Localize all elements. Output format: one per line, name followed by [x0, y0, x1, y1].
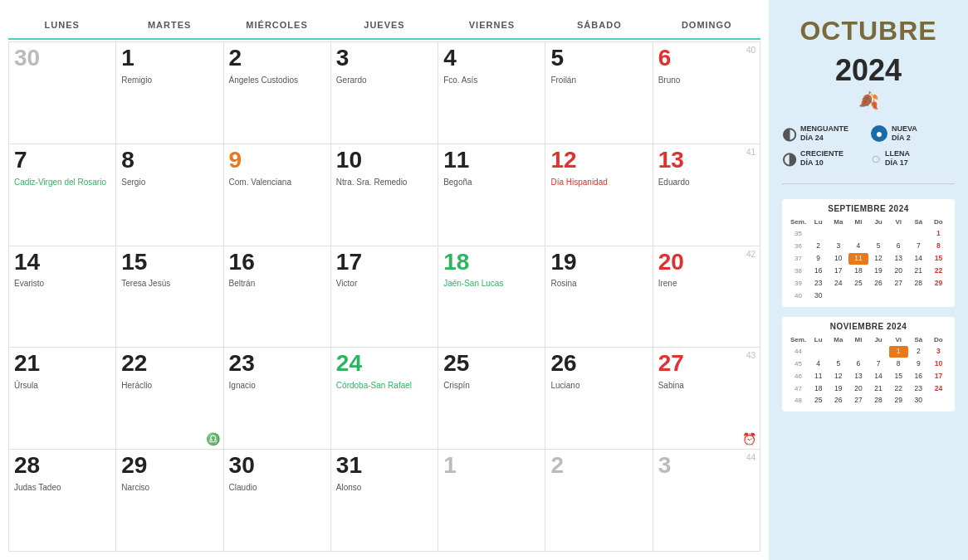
mini-cell: 37	[789, 253, 808, 265]
day-saint: Alonso	[336, 482, 433, 493]
mini-header: Vi	[889, 334, 908, 345]
day-number: 2	[229, 46, 325, 71]
moon-phase-icon: ◑	[782, 149, 796, 168]
mini-cell	[869, 290, 888, 302]
mini-header: Ju	[869, 217, 888, 227]
mini-cell: 29	[889, 395, 908, 407]
moon-phase-label: MENGUANTE DÍA 24	[800, 124, 848, 143]
cal-cell: 5Froilán	[545, 42, 653, 144]
mini-cell: 11	[809, 371, 828, 382]
day-saint: Narciso	[121, 482, 218, 493]
mini-cell	[809, 228, 828, 240]
mini-cell: 27	[848, 395, 868, 407]
mini-header: Vi	[889, 217, 908, 227]
mini-cell	[848, 346, 868, 358]
day-saint: Jaén-San Lucas	[443, 278, 540, 289]
sidebar: OCTUBRE 2024 🍂 ◐MENGUANTE DÍA 24●NUEVA D…	[769, 0, 968, 560]
mini-cell: 40	[789, 290, 808, 302]
mini-cell: 35	[789, 228, 808, 240]
mini-cell: 4	[848, 241, 868, 252]
moon-phase-icon: ●	[871, 125, 887, 142]
nov-mini-cal: NOVIEMBRE 2024 Sem.LuMaMiJuViSáDo4412345…	[782, 317, 955, 412]
moon-phase-item: ●NUEVA DÍA 2	[871, 124, 955, 144]
cal-cell: 22Heráclio♎	[116, 348, 223, 450]
day-number: 25	[443, 351, 540, 377]
mini-cell: 2	[909, 346, 928, 358]
cal-cell: 10Ntra. Sra. Remedio	[331, 144, 438, 246]
mini-cell: 4	[809, 358, 828, 370]
cell-icon: ♎	[206, 432, 220, 446]
day-number: 17	[336, 250, 433, 275]
mini-cell: 25	[848, 278, 868, 290]
header-day-jueves: JUEVES	[330, 17, 438, 33]
mini-cell: 10	[929, 358, 948, 370]
mini-cell: 7	[869, 358, 888, 370]
cell-icon: ⏰	[742, 432, 756, 446]
mini-cell: 47	[789, 383, 808, 395]
mini-cell: 16	[809, 265, 828, 277]
day-number: 1	[121, 46, 218, 71]
week-number: 41	[746, 148, 755, 157]
day-number: 10	[336, 148, 433, 173]
day-saint: Judas Tadeo	[14, 482, 110, 493]
mini-cell: 9	[909, 358, 928, 370]
cal-cell: 2	[545, 450, 653, 552]
day-number: 12	[550, 148, 647, 173]
cal-cell: 17Victor	[331, 246, 438, 348]
mini-cell: 1	[929, 228, 948, 240]
mini-header: Lu	[809, 217, 828, 227]
day-saint: Úrsula	[14, 380, 110, 391]
day-number: 6	[658, 46, 755, 71]
cal-cell: 30	[9, 42, 116, 144]
day-number: 31	[336, 453, 433, 479]
cal-cell: 28Judas Tadeo	[9, 450, 116, 552]
day-saint: Gerardo	[336, 75, 433, 85]
cal-cell: 4Fco. Asís	[438, 42, 545, 144]
leaf-icon: 🍂	[782, 90, 955, 110]
cal-cell: 443	[653, 450, 760, 552]
moon-phases: ◐MENGUANTE DÍA 24●NUEVA DÍA 2◑CRECIENTE …	[782, 124, 955, 168]
cal-cell: 26Luciano	[545, 348, 653, 450]
day-number: 19	[550, 250, 647, 275]
mini-cell: 11	[848, 253, 868, 265]
calendar-grid: 301Remigio2Ángeles Custodios3Gerardo4Fco…	[8, 41, 760, 552]
mini-cell: 3	[829, 241, 848, 252]
mini-cell: 6	[848, 358, 868, 370]
week-number: 44	[746, 453, 755, 462]
day-number: 22	[121, 351, 218, 377]
mini-cell: 38	[789, 265, 808, 277]
mini-cell: 12	[869, 253, 888, 265]
cal-cell: 4113Eduardo	[653, 144, 760, 246]
week-number: 43	[746, 351, 755, 360]
day-saint: Begoña	[443, 177, 540, 187]
day-saint: Claudio	[229, 482, 325, 493]
day-saint: Luciano	[550, 380, 647, 391]
mini-cell: 15	[929, 253, 948, 265]
day-number: 28	[14, 453, 110, 479]
cal-cell: 31Alonso	[331, 450, 438, 552]
mini-cell	[929, 395, 948, 407]
moon-phase-label: NUEVA DÍA 2	[892, 124, 917, 143]
mini-cell: 13	[848, 371, 868, 382]
mini-header: Mi	[848, 217, 868, 227]
mini-cell	[929, 290, 948, 302]
mini-cell: 30	[909, 395, 928, 407]
mini-header: Mi	[848, 334, 868, 345]
day-number: 8	[121, 148, 218, 173]
day-number: 29	[121, 453, 218, 479]
mini-cell: 5	[869, 241, 888, 252]
cal-cell: 15Teresa Jesús	[116, 246, 223, 348]
cal-cell: 3Gerardo	[331, 42, 438, 144]
day-saint: Ángeles Custodios	[229, 75, 325, 85]
day-saint: Remigio	[121, 75, 218, 85]
mini-cell: 17	[829, 265, 848, 277]
cal-cell: 8Sergio	[116, 144, 223, 246]
day-number: 18	[443, 250, 540, 275]
mini-cell: 9	[809, 253, 828, 265]
day-saint: Eduardo	[658, 177, 755, 187]
mini-header: Sá	[909, 217, 928, 227]
day-saint: Heráclio	[121, 380, 218, 391]
day-number: 3	[336, 46, 433, 71]
mini-cell: 19	[869, 265, 888, 277]
mini-cell: 45	[789, 358, 808, 370]
